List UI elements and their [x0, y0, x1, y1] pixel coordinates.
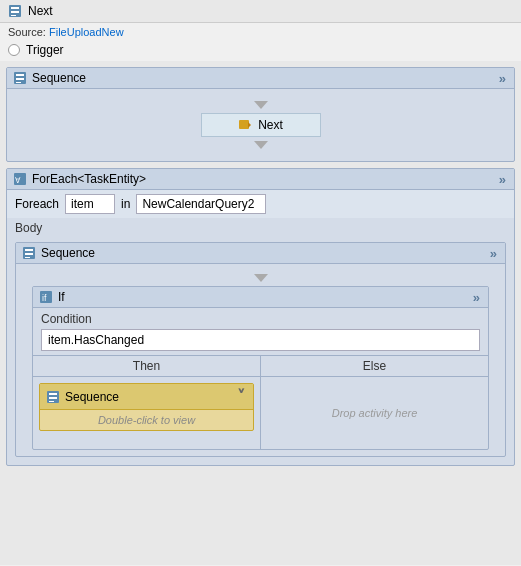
foreach-header: ∀ ForEach<TaskEntity> »	[7, 169, 514, 190]
inner-sequence-label: Sequence	[41, 246, 95, 260]
outer-sequence-icon	[13, 71, 27, 85]
if-icon: if	[39, 290, 53, 304]
arrow-down-3	[254, 274, 268, 282]
arrow-down-1	[254, 101, 268, 109]
if-label: If	[58, 290, 65, 304]
if-header-left: if If	[39, 290, 65, 304]
outer-sequence-body: Next	[7, 89, 514, 161]
trigger-label: Trigger	[26, 43, 64, 57]
svg-marker-9	[248, 122, 251, 128]
title-bar-text: Next	[28, 4, 53, 18]
svg-rect-15	[25, 257, 30, 258]
foreach-block: ∀ ForEach<TaskEntity> » Foreach in Body	[6, 168, 515, 466]
foreach-params-row: Foreach in	[7, 190, 514, 218]
svg-rect-21	[49, 401, 54, 402]
then-sequence-mini-header-left: Sequence	[46, 390, 119, 404]
svg-rect-5	[16, 74, 24, 76]
foreach-header-left: ∀ ForEach<TaskEntity>	[13, 172, 146, 186]
if-collapse-btn[interactable]: »	[471, 291, 482, 304]
source-label: Source:	[8, 26, 46, 38]
then-sequence-label: Sequence	[65, 390, 119, 404]
then-sequence-body-text[interactable]: Double-click to view	[40, 410, 253, 430]
trigger-circle	[8, 44, 20, 56]
svg-rect-13	[25, 249, 33, 251]
outer-sequence-header-left: Sequence	[13, 71, 86, 85]
foreach-collapse-btn[interactable]: »	[497, 173, 508, 186]
else-column: Else Drop activity here	[261, 356, 488, 449]
outer-sequence-header: Sequence »	[7, 68, 514, 89]
then-sequence-mini-header: Sequence ˅	[40, 384, 253, 410]
inner-sequence-header-left: Sequence	[22, 246, 95, 260]
inner-sequence-body: if If » Condition Then	[16, 264, 505, 456]
foreach-label: ForEach<TaskEntity>	[32, 172, 146, 186]
if-header: if If »	[33, 287, 488, 308]
condition-input[interactable]	[41, 329, 480, 351]
inner-sequence-collapse-btn[interactable]: »	[488, 247, 499, 260]
foreach-icon: ∀	[13, 172, 27, 186]
next-button-label: Next	[258, 118, 283, 132]
svg-rect-20	[49, 397, 57, 399]
then-sequence-icon	[46, 390, 60, 404]
then-column: Then	[33, 356, 261, 449]
then-sequence-collapse-btn[interactable]: ˅	[235, 387, 247, 406]
svg-rect-7	[16, 82, 21, 83]
svg-rect-8	[239, 120, 249, 129]
then-header: Then	[33, 356, 260, 377]
svg-rect-14	[25, 253, 33, 255]
condition-label: Condition	[41, 312, 480, 326]
svg-rect-6	[16, 78, 24, 80]
else-body: Drop activity here	[261, 377, 488, 449]
next-button[interactable]: Next	[201, 113, 321, 137]
svg-rect-3	[11, 15, 16, 16]
svg-rect-2	[11, 11, 19, 13]
foreach-item-input[interactable]	[65, 194, 115, 214]
if-block: if If » Condition Then	[32, 286, 489, 450]
arrow-down-2	[254, 141, 268, 149]
if-condition-section: Condition	[33, 308, 488, 355]
title-bar-icon	[8, 4, 22, 18]
drop-area: Drop activity here	[267, 383, 482, 443]
source-line: Source: FileUploadNew	[0, 23, 521, 41]
then-else-row: Then	[33, 355, 488, 449]
inner-sequence-icon	[22, 246, 36, 260]
outer-sequence-block: Sequence » Next	[6, 67, 515, 162]
next-button-icon	[238, 118, 252, 132]
else-header: Else	[261, 356, 488, 377]
outer-sequence-collapse-btn[interactable]: »	[497, 72, 508, 85]
foreach-query-input[interactable]	[136, 194, 266, 214]
foreach-body-label: Body	[7, 218, 514, 238]
foreach-in-label: in	[121, 197, 130, 211]
title-bar: Next	[0, 0, 521, 23]
foreach-foreach-label: Foreach	[15, 197, 59, 211]
trigger-line: Trigger	[0, 41, 521, 61]
svg-text:if: if	[42, 293, 47, 303]
source-link[interactable]: FileUploadNew	[49, 26, 124, 38]
main-canvas: Sequence » Next ∀ Fo	[0, 61, 521, 565]
inner-sequence-block: Sequence » if If	[15, 242, 506, 457]
outer-sequence-label: Sequence	[32, 71, 86, 85]
then-sequence-mini[interactable]: Sequence ˅ Double-click to view	[39, 383, 254, 431]
then-body: Sequence ˅ Double-click to view	[33, 377, 260, 447]
svg-rect-19	[49, 393, 57, 395]
inner-sequence-header: Sequence »	[16, 243, 505, 264]
svg-rect-1	[11, 7, 19, 9]
